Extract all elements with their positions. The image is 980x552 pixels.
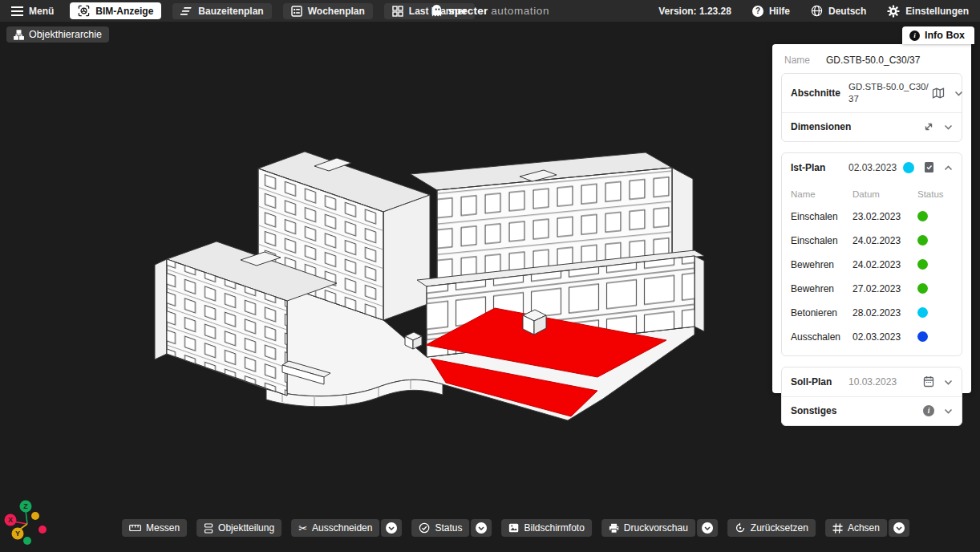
cut-dropdown-button[interactable]	[381, 519, 402, 537]
chevron-down-icon[interactable]	[954, 87, 963, 99]
svg-text:Z: Z	[23, 502, 28, 510]
ruler-icon	[129, 524, 141, 532]
object-hierarchy-button[interactable]: Objekthierarchie	[6, 26, 109, 43]
chevron-down-circle-icon	[702, 522, 713, 534]
reset-label: Zurücksetzen	[751, 522, 808, 534]
print-dropdown-button[interactable]	[697, 519, 718, 537]
gizmo-z-neg-dot[interactable]	[23, 537, 31, 545]
menu-label: Menü	[29, 6, 54, 17]
print-preview-button[interactable]: Druckvorschau	[601, 519, 695, 537]
status-dot	[917, 211, 928, 221]
status-check-icon	[419, 522, 430, 534]
status-label: Status	[435, 522, 462, 534]
name-value: GD.STB-50.0_C30/37	[826, 55, 920, 66]
schedule-icon	[180, 6, 192, 16]
chevron-down-icon[interactable]	[944, 121, 953, 132]
sonstiges-label: Sonstiges	[791, 405, 848, 416]
map-icon	[932, 87, 945, 99]
table-row: Einschalen 23.02.2023	[791, 205, 953, 229]
document-check-icon	[924, 161, 934, 173]
status-dropdown-button[interactable]	[471, 519, 492, 537]
screenshot-button[interactable]: Bildschirmfoto	[501, 519, 591, 537]
status-button[interactable]: Status	[411, 519, 469, 537]
chevron-up-icon[interactable]	[944, 162, 953, 173]
dimensionen-row[interactable]: Dimensionen	[782, 112, 962, 141]
object-split-button[interactable]: Objektteilung	[196, 519, 281, 537]
object-split-label: Objektteilung	[218, 522, 274, 534]
gizmo-y-axis[interactable]: Y	[12, 528, 24, 540]
ist-plan-status-dot	[903, 162, 914, 173]
tab-label: BIM-Anzeige	[95, 6, 153, 17]
menu-button[interactable]: Menü	[11, 6, 54, 17]
tab-wochenplan[interactable]: Wochenplan	[283, 3, 373, 19]
logo-text-light: automation	[491, 5, 549, 17]
table-row: Bewehren 24.02.2023	[791, 253, 953, 277]
scissors-icon: ✂	[298, 523, 307, 534]
sonstiges-row[interactable]: Sonstiges i	[782, 396, 962, 425]
svg-text:X: X	[8, 516, 13, 524]
building-geometry	[155, 152, 704, 420]
object-split-icon	[204, 523, 213, 534]
viewer-toolbar: Messen Objektteilung ✂ Ausschneiden	[122, 519, 909, 537]
help-label: Hilfe	[769, 6, 790, 17]
help-button[interactable]: ? Hilfe	[752, 6, 790, 17]
printer-icon	[609, 523, 619, 534]
infobox-tab[interactable]: i Info Box	[902, 26, 974, 44]
screenshot-icon	[508, 523, 519, 533]
infobox-panel: Name GD.STB-50.0_C30/37 Abschnitte GD.ST…	[772, 44, 971, 393]
axes-gizmo[interactable]: Z X Y	[2, 485, 66, 550]
bim-viewport[interactable]: Objekthierarchie Z X Y i Info Box Name G…	[0, 22, 980, 552]
language-button[interactable]: Deutsch	[811, 5, 866, 17]
tab-bauzeitenplan[interactable]: Bauzeitenplan	[172, 3, 271, 19]
gizmo-x-neg-dot[interactable]	[38, 526, 47, 534]
tab-bim-anzeige[interactable]: BIM-Anzeige	[70, 2, 161, 19]
ghost-logo-icon	[431, 4, 443, 18]
gizmo-z-axis[interactable]: Z	[20, 501, 32, 513]
chevron-down-icon[interactable]	[944, 376, 953, 388]
abschnitte-label: Abschnitte	[791, 87, 848, 99]
axes-grid-icon	[832, 523, 843, 534]
soll-plan-date: 10.03.2023	[848, 376, 923, 388]
chevron-down-circle-icon	[893, 522, 905, 534]
weekplan-icon	[291, 6, 302, 17]
status-dot	[917, 259, 928, 270]
soll-plan-row[interactable]: Soll-Plan 10.03.2023	[782, 367, 962, 396]
ist-plan-row[interactable]: Ist-Plan 02.03.2023	[782, 153, 962, 182]
language-label: Deutsch	[828, 6, 866, 17]
print-preview-label: Druckvorschau	[624, 522, 688, 534]
version-label: Version: 1.23.28	[658, 6, 731, 17]
tab-label: Bauzeitenplan	[198, 6, 263, 17]
logo-text-bold: specter	[448, 5, 488, 17]
status-dot	[917, 331, 928, 342]
axes-label: Achsen	[848, 522, 880, 534]
name-label: Name	[784, 55, 826, 66]
table-row: Betonieren 28.02.2023	[791, 301, 953, 325]
gizmo-y-neg-dot[interactable]	[31, 512, 39, 520]
object-hierarchy-label: Objekthierarchie	[29, 29, 102, 40]
app-logo: specter automation	[431, 4, 549, 18]
element-name-row: Name GD.STB-50.0_C30/37	[781, 52, 962, 73]
reset-button[interactable]: Zurücksetzen	[727, 519, 816, 537]
tab-label: Wochenplan	[308, 6, 365, 17]
gizmo-x-axis[interactable]: X	[5, 514, 17, 526]
cut-button[interactable]: ✂ Ausschneiden	[291, 519, 379, 537]
cut-label: Ausschneiden	[312, 522, 372, 534]
measure-label: Messen	[146, 522, 180, 534]
measure-button[interactable]: Messen	[122, 519, 187, 537]
abschnitte-value: GD.STB-50.0_C30/37	[848, 81, 932, 105]
soll-plan-card: Soll-Plan 10.03.2023 Sonstiges i	[781, 367, 962, 426]
top-bar: Menü BIM-Anzeige Bauzeitenplan Wochenpla…	[0, 0, 980, 22]
chevron-down-icon[interactable]	[944, 405, 953, 416]
ist-plan-card: Ist-Plan 02.03.2023 Name Datum Stat	[781, 152, 962, 356]
table-row: Bewehren 27.02.2023	[791, 277, 953, 301]
calendar-icon	[923, 375, 934, 388]
bim-view-icon	[78, 5, 90, 17]
gear-icon	[887, 5, 900, 18]
soll-plan-label: Soll-Plan	[791, 376, 848, 388]
axes-dropdown-button[interactable]	[889, 519, 909, 537]
axes-button[interactable]: Achsen	[825, 519, 887, 537]
abschnitte-row[interactable]: Abschnitte GD.STB-50.0_C30/37	[782, 74, 962, 112]
globe-icon	[811, 5, 823, 17]
table-header-row: Name Datum Status	[791, 184, 953, 205]
settings-button[interactable]: Einstellungen	[887, 5, 969, 18]
